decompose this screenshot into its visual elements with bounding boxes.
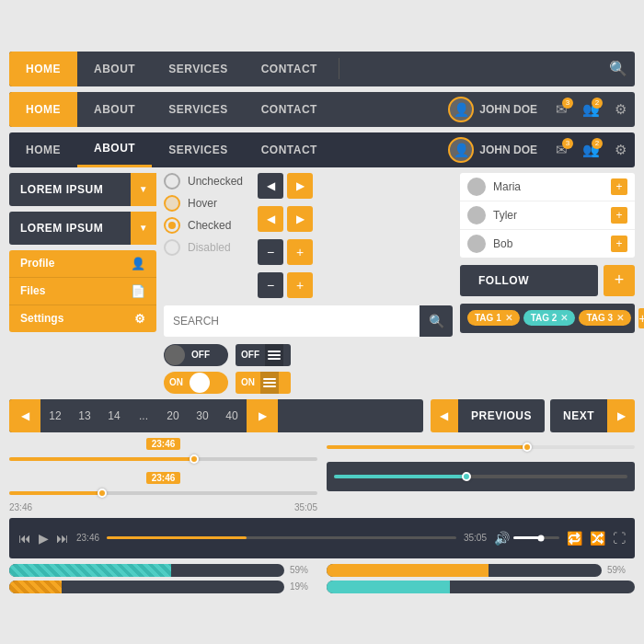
toggle-slider-off-1[interactable]: OFF <box>236 344 291 366</box>
slider-track-r1[interactable] <box>327 445 635 449</box>
nav-contact-1[interactable]: CONTACT <box>245 52 334 86</box>
stepper-plus-2[interactable]: + <box>287 272 313 298</box>
radio-unchecked[interactable]: Unchecked <box>164 173 243 190</box>
volume-track[interactable] <box>513 536 559 539</box>
page-ellipsis: ... <box>129 399 158 432</box>
nav-contact-3[interactable]: CONTACT <box>245 132 334 167</box>
slider-track-2[interactable] <box>9 491 317 495</box>
page-13[interactable]: 13 <box>70 399 99 432</box>
stepper-right-2[interactable]: ▶ <box>287 206 313 232</box>
pagination-row: ◀ 12 13 14 ... 20 30 40 ▶ ◀ PREVIOUS NEX… <box>9 399 635 432</box>
slider-track-1[interactable] <box>9 457 317 461</box>
follow-plus-button[interactable]: + <box>604 265 635 296</box>
slider-left: 23:46 23:46 23:46 35:05 <box>9 438 317 512</box>
search-icon-1[interactable]: 🔍 <box>602 52 635 86</box>
slider-thumb-r1[interactable] <box>523 443 532 452</box>
volume-icon[interactable]: 🔊 <box>494 531 510 546</box>
tag-1[interactable]: TAG 1 ✕ <box>467 310 520 326</box>
search-button[interactable]: 🔍 <box>420 305 453 337</box>
page-prev-arrow[interactable]: ◀ <box>9 399 40 432</box>
search-bar[interactable]: 🔍 <box>164 305 453 337</box>
nav-home-1[interactable]: HOME <box>9 52 77 86</box>
next-button[interactable]: NEXT ▶ <box>550 399 635 432</box>
add-maria-button[interactable]: + <box>611 178 627 195</box>
page-next-arrow[interactable]: ▶ <box>247 399 278 432</box>
toggle-off-1[interactable]: OFF <box>164 344 228 366</box>
toggle-slider-on-1[interactable]: ON <box>236 372 291 394</box>
progress-bar-wrap-4 <box>327 581 635 593</box>
nav-contact-2[interactable]: CONTACT <box>245 92 334 127</box>
mail-icon-2[interactable]: ✉ 3 <box>546 92 576 127</box>
tag-3-close[interactable]: ✕ <box>616 313 624 323</box>
add-tyler-button[interactable]: + <box>611 207 627 224</box>
page-40[interactable]: 40 <box>217 399 247 432</box>
progress-pct-3: 59% <box>607 565 635 575</box>
player-progress-bar[interactable] <box>107 536 456 539</box>
stepper-right-1[interactable]: ▶ <box>287 173 313 199</box>
left-panel: LOREM IPSUM ▼ LOREM IPSUM ▼ Profile 👤 Fi… <box>9 173 156 332</box>
radio-checked[interactable]: Checked <box>164 217 243 234</box>
nav-services-1[interactable]: SERVICES <box>152 52 244 86</box>
toggle-on-1[interactable]: ON <box>164 372 228 394</box>
add-bob-button[interactable]: + <box>611 236 627 252</box>
tag-add-button[interactable]: + <box>638 308 644 328</box>
stepper-left-2[interactable]: ◀ <box>258 206 283 232</box>
right-panel: Maria + Tyler + Bob + FOLLOW + <box>460 173 635 333</box>
dropdown-2[interactable]: LOREM IPSUM ▼ <box>9 212 156 245</box>
nav-services-2[interactable]: SERVICES <box>152 92 244 127</box>
tag-2[interactable]: TAG 2 ✕ <box>523 310 576 326</box>
nav-about-2[interactable]: ABOUT <box>77 92 152 127</box>
tag-2-close[interactable]: ✕ <box>560 313 568 323</box>
slider-time-badge-2: 23:46 <box>146 472 181 484</box>
player-rewind[interactable]: ⏮ <box>18 531 31 546</box>
follow-button[interactable]: FOLLOW <box>460 265 598 296</box>
avatar-maria <box>467 178 486 196</box>
stepper-minus-2[interactable]: − <box>258 272 283 298</box>
nav-home-3[interactable]: HOME <box>9 132 77 167</box>
user-row-bob: Bob + <box>460 230 635 258</box>
slider-thumb-1[interactable] <box>190 454 199 464</box>
nav-services-3[interactable]: SERVICES <box>152 132 244 167</box>
page-20[interactable]: 20 <box>158 399 188 432</box>
page-30[interactable]: 30 <box>188 399 217 432</box>
player-fullscreen[interactable]: ⛶ <box>613 531 626 546</box>
dropdown-1[interactable]: LOREM IPSUM ▼ <box>9 173 156 206</box>
next-arrow-icon: ▶ <box>607 399 635 432</box>
slider-bars-2 <box>260 372 279 394</box>
previous-button[interactable]: ◀ PREVIOUS <box>431 399 545 432</box>
progress-fill-3 <box>327 564 489 577</box>
dropdown-arrow-2[interactable]: ▼ <box>131 212 156 245</box>
slider-thumb-2[interactable] <box>98 489 107 498</box>
nav-about-3[interactable]: ABOUT <box>77 132 152 167</box>
search-input[interactable] <box>164 315 420 328</box>
nav-about-1[interactable]: ABOUT <box>77 52 152 86</box>
stepper-plus[interactable]: + <box>287 239 313 265</box>
settings-icon-3[interactable]: ⚙ <box>605 132 635 167</box>
mail-icon-3[interactable]: ✉ 3 <box>546 132 576 167</box>
settings-icon-2[interactable]: ⚙ <box>605 92 635 127</box>
users-icon-3[interactable]: 👥 2 <box>576 132 605 167</box>
menu-files[interactable]: Files 📄 <box>9 278 156 305</box>
stepper-left-1[interactable]: ◀ <box>258 173 283 199</box>
prev-arrow-icon: ◀ <box>431 399 458 432</box>
slider-thumb-r2[interactable] <box>462 472 471 481</box>
slider-track-r2[interactable] <box>334 475 627 478</box>
nav-user-2: 👤 JOHN DOE <box>439 97 546 122</box>
stepper-minus[interactable]: − <box>258 239 283 265</box>
tag-1-close[interactable]: ✕ <box>505 313 512 323</box>
tag-3[interactable]: TAG 3 ✕ <box>579 310 631 326</box>
player-shuffle[interactable]: 🔀 <box>590 531 605 546</box>
users-icon-2[interactable]: 👥 2 <box>576 92 605 127</box>
page-12[interactable]: 12 <box>40 399 70 432</box>
page-14[interactable]: 14 <box>99 399 129 432</box>
menu-profile[interactable]: Profile 👤 <box>9 250 156 278</box>
stepper-row-4: − + <box>258 272 313 298</box>
player-repeat[interactable]: 🔁 <box>567 531 582 546</box>
dropdown-arrow-1[interactable]: ▼ <box>131 173 156 206</box>
menu-settings[interactable]: Settings ⚙ <box>9 305 156 332</box>
nav-home-2[interactable]: HOME <box>9 92 77 127</box>
progress-pct-1: 59% <box>290 565 317 575</box>
player-forward[interactable]: ⏭ <box>56 531 69 546</box>
player-play[interactable]: ▶ <box>39 531 49 546</box>
radio-hover[interactable]: Hover <box>164 195 243 212</box>
